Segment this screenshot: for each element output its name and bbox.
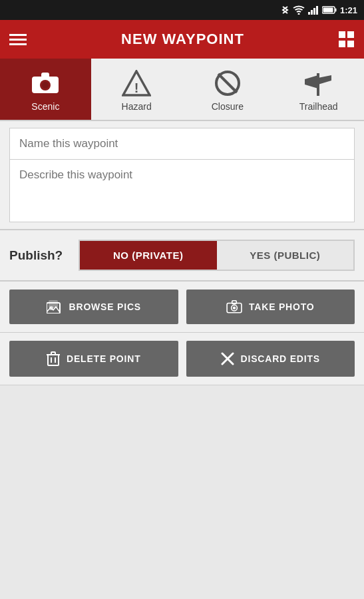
tab-hazard[interactable]: ! Hazard (91, 59, 182, 120)
tab-trailhead-label: Trailhead (299, 101, 338, 112)
form-section (0, 121, 364, 230)
battery-icon (322, 6, 337, 14)
delete-point-label: DELETE POINT (67, 353, 141, 364)
browse-pics-button[interactable]: BROWSE PICS (9, 290, 178, 324)
svg-marker-17 (305, 75, 318, 89)
svg-rect-9 (41, 73, 49, 78)
hazard-icon: ! (122, 68, 151, 99)
delete-discard-row: DELETE POINT DISCARD EDITS (0, 333, 364, 385)
svg-rect-7 (323, 8, 333, 13)
closure-icon (214, 68, 242, 99)
status-bar: 1:21 (0, 0, 364, 20)
svg-rect-28 (51, 352, 55, 355)
publish-section: Publish? NO (PRIVATE) YES (PUBLIC) (0, 230, 364, 282)
bluetooth-icon (281, 5, 289, 15)
camera-icon (31, 68, 60, 99)
tab-scenic-label: Scenic (31, 101, 59, 112)
browse-pics-icon (47, 300, 63, 313)
trailhead-icon (303, 68, 334, 99)
publish-yes-button[interactable]: YES (PUBLIC) (217, 241, 354, 270)
photo-action-row: BROWSE PICS TAKE PHOTO (0, 282, 364, 333)
svg-marker-18 (318, 75, 331, 85)
svg-point-11 (42, 82, 49, 89)
svg-rect-3 (313, 8, 315, 15)
svg-rect-23 (232, 301, 237, 304)
svg-line-15 (218, 74, 237, 93)
discard-icon (221, 352, 234, 365)
svg-rect-26 (48, 355, 59, 365)
grid-list-button[interactable] (339, 31, 355, 47)
discard-edits-button[interactable]: DISCARD EDITS (186, 341, 355, 377)
tab-hazard-label: Hazard (122, 101, 152, 112)
take-photo-button[interactable]: TAKE PHOTO (186, 290, 355, 324)
tab-closure-label: Closure (212, 101, 244, 112)
page-title: NEW WAYPOINT (121, 31, 244, 48)
tab-scenic[interactable]: Scenic (0, 59, 91, 120)
wifi-icon (293, 5, 305, 15)
svg-rect-6 (335, 9, 336, 12)
svg-rect-4 (316, 6, 318, 15)
discard-edits-label: DISCARD EDITS (241, 353, 320, 364)
delete-point-button[interactable]: DELETE POINT (9, 341, 178, 377)
delete-icon (47, 351, 60, 366)
hamburger-menu-button[interactable] (9, 34, 27, 45)
waypoint-name-input[interactable] (9, 128, 355, 159)
svg-point-25 (233, 306, 236, 309)
publish-toggle: NO (PRIVATE) YES (PUBLIC) (79, 240, 355, 271)
svg-rect-2 (311, 10, 313, 15)
svg-rect-1 (308, 12, 310, 15)
take-photo-label: TAKE PHOTO (249, 301, 315, 312)
svg-point-0 (297, 13, 299, 15)
waypoint-type-tabs: Scenic ! Hazard Closure (0, 59, 364, 121)
waypoint-description-input[interactable] (9, 159, 355, 222)
publish-label: Publish? (9, 248, 69, 263)
app-header: NEW WAYPOINT (0, 20, 364, 59)
status-icons: 1:21 (281, 5, 357, 15)
tab-closure[interactable]: Closure (182, 59, 273, 120)
time-display: 1:21 (340, 5, 357, 15)
take-photo-icon (226, 300, 242, 313)
publish-no-button[interactable]: NO (PRIVATE) (80, 241, 217, 270)
bottom-empty-area (0, 385, 364, 518)
signal-icon (308, 5, 319, 15)
browse-pics-label: BROWSE PICS (69, 301, 141, 312)
svg-text:!: ! (134, 81, 139, 95)
tab-trailhead[interactable]: Trailhead (273, 59, 364, 120)
